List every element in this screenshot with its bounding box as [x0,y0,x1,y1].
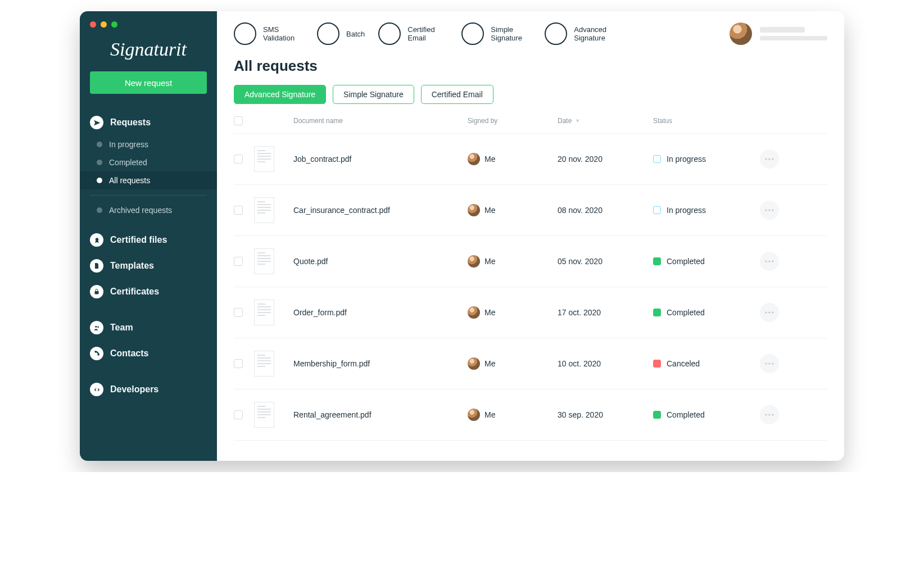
row-checkbox[interactable] [234,308,243,317]
top-action-sms-validation[interactable]: SMS Validation [234,22,304,45]
date-cell: 20 nov. 2020 [558,155,653,164]
filter-pills: Advanced Signature Simple Signature Cert… [217,85,844,113]
filter-pill-simple-signature[interactable]: Simple Signature [333,85,414,104]
table-row[interactable]: Job_contract.pdf Me 20 nov. 2020 In prog… [234,134,827,185]
top-action-advanced-signature[interactable]: Advanced Signature [545,22,614,45]
maximize-window-icon[interactable] [111,21,117,28]
document-icon [90,259,103,273]
sidebar-item-developers[interactable]: Developers [80,377,217,402]
table-row[interactable]: Order_form.pdf Me 17 oct. 2020 Completed [234,287,827,338]
table-row[interactable]: Rental_agreement.pdf Me 30 sep. 2020 Com… [234,389,827,441]
sidebar-sub-in-progress[interactable]: In progress [80,135,217,153]
status-indicator-icon [653,309,661,316]
status-label: Canceled [667,359,700,368]
bullet-icon [97,160,102,165]
table-row[interactable]: Car_insurance_contract.pdf Me 08 nov. 20… [234,185,827,236]
new-request-button[interactable]: New request [90,71,207,94]
row-more-button[interactable] [760,354,779,373]
bullet-icon [97,178,102,183]
svg-point-6 [772,158,773,160]
user-avatar[interactable] [730,22,752,45]
document-thumb-icon [254,402,274,428]
column-header-signed-by[interactable]: Signed by [468,117,558,125]
bullet-icon [97,142,102,147]
sidebar-item-requests[interactable]: Requests [80,110,217,135]
signer-avatar-icon [468,306,480,319]
select-all-checkbox[interactable] [234,116,243,125]
close-window-icon[interactable] [90,21,96,28]
column-header-date[interactable]: Date▼ [558,117,653,125]
row-checkbox[interactable] [234,257,243,266]
signer-cell: Me [468,153,558,165]
row-more-button[interactable] [760,252,779,271]
table-row[interactable]: Membership_form.pdf Me 10 oct. 2020 Canc… [234,338,827,389]
status-label: Completed [667,410,705,419]
top-action-simple-signature[interactable]: Simple Signature [461,22,531,45]
sidebar-item-templates[interactable]: Templates [80,253,217,279]
status-cell: Completed [653,308,760,317]
status-indicator-icon [653,411,661,419]
sidebar-item-team[interactable]: Team [80,315,217,341]
signer-cell: Me [468,409,558,421]
sidebar-item-label: In progress [109,140,148,149]
row-more-button[interactable] [760,405,779,424]
svg-point-8 [768,209,770,211]
signer-cell: Me [468,204,558,216]
lock-icon [90,285,103,298]
svg-point-21 [772,414,773,415]
sidebar-sub-archived[interactable]: Archived requests [80,201,217,219]
svg-point-9 [772,209,773,211]
status-label: In progress [667,206,706,215]
paper-plane-icon [90,116,103,129]
sort-desc-icon: ▼ [575,118,580,124]
table-row[interactable]: Quote.pdf Me 05 nov. 2020 Completed [234,236,827,287]
status-cell: In progress [653,206,760,215]
topbar: SMS Validation Batch Certified Email Sim… [217,11,844,57]
filter-pill-certified-email[interactable]: Certified Email [421,85,493,104]
signer-name: Me [484,308,495,317]
row-checkbox[interactable] [234,206,243,215]
signer-avatar-icon [468,357,480,370]
page-title: All requests [234,57,827,75]
row-checkbox[interactable] [234,155,243,164]
signer-cell: Me [468,357,558,370]
svg-point-4 [765,158,767,160]
svg-point-12 [772,260,773,262]
row-more-button[interactable] [760,149,779,169]
top-action-label: Simple Signature [491,25,531,42]
column-header-document[interactable]: Document name [293,117,468,125]
svg-point-17 [768,362,770,364]
row-more-button[interactable] [760,303,779,322]
row-checkbox[interactable] [234,359,243,368]
row-more-button[interactable] [760,201,779,220]
sidebar-sub-all-requests[interactable]: All requests [80,171,217,189]
minimize-window-icon[interactable] [101,21,107,28]
circle-icon [378,22,401,45]
top-action-batch[interactable]: Batch [317,22,365,45]
sidebar: Signaturit New request Requests In progr… [80,11,217,461]
status-indicator-icon [653,257,661,265]
filter-pill-advanced-signature[interactable]: Advanced Signature [234,85,326,104]
signer-avatar-icon [468,204,480,216]
document-name: Membership_form.pdf [293,359,468,368]
sidebar-item-certified-files[interactable]: Certified files [80,227,217,253]
signer-cell: Me [468,255,558,268]
sidebar-item-certificates[interactable]: Certificates [80,279,217,305]
ribbon-icon [90,233,103,247]
svg-point-5 [768,158,770,160]
code-icon [90,383,103,396]
user-info-placeholder [760,27,827,40]
signer-avatar-icon [468,409,480,421]
column-header-status[interactable]: Status [653,117,760,125]
sidebar-sub-completed[interactable]: Completed [80,153,217,171]
circle-icon [545,22,567,45]
row-checkbox[interactable] [234,410,243,419]
top-action-certified-email[interactable]: Certified Email [378,22,448,45]
circle-icon [461,22,484,45]
svg-point-7 [765,209,767,211]
svg-point-3 [97,326,99,328]
sidebar-item-contacts[interactable]: Contacts [80,341,217,366]
sidebar-item-label: Completed [109,158,147,167]
circle-icon [234,22,256,45]
status-indicator-icon [653,360,661,368]
